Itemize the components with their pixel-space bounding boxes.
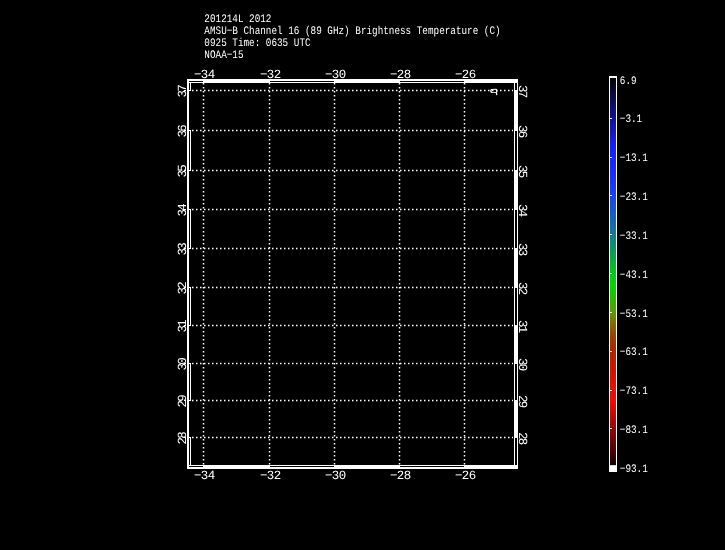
svg-text:−32: −32	[260, 469, 281, 483]
svg-text:−34: −34	[194, 469, 215, 483]
svg-text:−13.1: −13.1	[620, 152, 648, 165]
svg-text:−83.1: −83.1	[620, 424, 648, 437]
svg-text:6.9: 6.9	[620, 75, 637, 88]
svg-text:37: 37	[515, 85, 529, 98]
svg-text:37: 37	[176, 85, 190, 98]
svg-text:−33.1: −33.1	[620, 230, 648, 243]
svg-text:−28: −28	[390, 68, 411, 82]
svg-text:−28: −28	[390, 469, 411, 483]
svg-text:−43.1: −43.1	[620, 269, 648, 282]
svg-text:34: 34	[176, 204, 190, 217]
svg-text:−63.1: −63.1	[620, 346, 648, 359]
svg-text:33: 33	[515, 243, 529, 256]
svg-text:−73.1: −73.1	[620, 385, 648, 398]
svg-text:−32: −32	[260, 68, 281, 82]
svg-text:36: 36	[176, 125, 190, 138]
svg-text:29: 29	[515, 395, 529, 408]
svg-text:31: 31	[176, 320, 190, 333]
svg-text:30: 30	[176, 358, 190, 371]
svg-text:30: 30	[515, 358, 529, 371]
svg-text:−53.1: −53.1	[620, 308, 648, 321]
svg-text:−93.1: −93.1	[620, 463, 648, 476]
svg-text:33: 33	[176, 243, 190, 256]
svg-text:201214L 2012: 201214L 2012	[204, 13, 271, 26]
svg-text:AMSU−B Channel 16 (89 GHz) Bri: AMSU−B Channel 16 (89 GHz) Brightness Te…	[204, 25, 500, 38]
svg-text:34: 34	[515, 204, 529, 217]
svg-text:−26: −26	[455, 68, 476, 82]
svg-text:−30: −30	[325, 68, 346, 82]
svg-text:32: 32	[176, 282, 190, 295]
svg-text:−23.1: −23.1	[620, 191, 648, 204]
svg-text:NOAA−15: NOAA−15	[204, 49, 243, 62]
svg-text:32: 32	[515, 282, 529, 295]
svg-text:0925 Time: 0635 UTC: 0925 Time: 0635 UTC	[204, 37, 310, 50]
svg-text:−3.1: −3.1	[620, 113, 642, 126]
svg-text:−26: −26	[455, 469, 476, 483]
svg-text:28: 28	[176, 432, 190, 445]
svg-text:−30: −30	[325, 469, 346, 483]
svg-text:35: 35	[176, 165, 190, 178]
svg-text:36: 36	[515, 125, 529, 138]
svg-text:29: 29	[176, 395, 190, 408]
svg-text:35: 35	[515, 165, 529, 178]
svg-text:−34: −34	[194, 68, 215, 82]
svg-text:28: 28	[515, 432, 529, 445]
svg-text:31: 31	[515, 320, 529, 333]
